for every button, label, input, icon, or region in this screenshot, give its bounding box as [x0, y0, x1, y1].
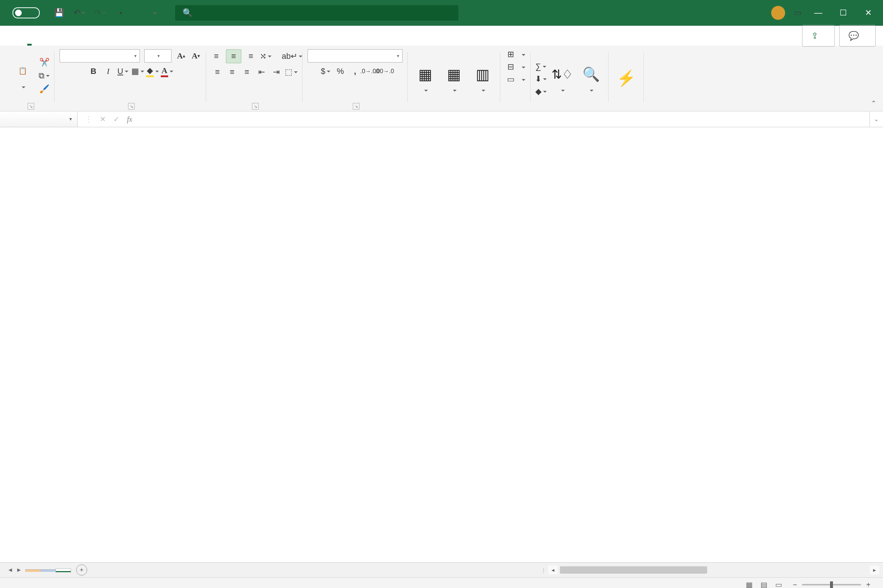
font-name-combo[interactable]: ▾: [60, 49, 140, 63]
sheet-nav-prev-icon[interactable]: ◄: [8, 567, 13, 573]
page-layout-view-icon[interactable]: ▤: [758, 580, 771, 588]
conditional-formatting-button[interactable]: ▦: [413, 63, 438, 96]
normal-view-icon[interactable]: ▦: [743, 580, 756, 588]
underline-icon[interactable]: U: [118, 66, 128, 76]
minimize-icon[interactable]: —: [814, 9, 823, 17]
collapse-ribbon-icon[interactable]: ⌃: [871, 99, 876, 107]
data-analysis-button[interactable]: ⚡: [614, 66, 639, 92]
redo-icon[interactable]: ↷: [95, 8, 105, 18]
zoom-out-icon[interactable]: −: [793, 580, 797, 588]
percent-icon[interactable]: %: [335, 66, 345, 76]
new-sheet-icon[interactable]: +: [76, 564, 87, 576]
increase-decimal-icon[interactable]: .0→.00: [365, 66, 375, 76]
customize-qat-icon[interactable]: ▾: [116, 8, 126, 18]
hscroll-thumb[interactable]: [560, 566, 707, 574]
align-right-icon[interactable]: ≡: [242, 67, 252, 77]
tab-view[interactable]: [166, 38, 171, 46]
maximize-icon[interactable]: ☐: [839, 9, 848, 17]
search-box[interactable]: 🔍: [175, 5, 458, 21]
formula-input[interactable]: [140, 111, 869, 127]
fill-icon[interactable]: ⬇: [536, 74, 546, 84]
find-select-button[interactable]: 🔍: [578, 63, 604, 96]
number-dialog-icon[interactable]: ↘: [353, 103, 359, 110]
bold-icon[interactable]: B: [88, 66, 99, 76]
expand-formula-bar-icon[interactable]: ⌄: [869, 111, 883, 127]
autosave-toggle[interactable]: [9, 8, 40, 18]
save-icon[interactable]: 💾: [54, 8, 64, 18]
zoom-control[interactable]: − +: [793, 580, 875, 588]
merge-icon[interactable]: ⬚: [286, 67, 296, 77]
tab-review[interactable]: [146, 38, 151, 46]
worksheet[interactable]: [0, 127, 883, 562]
tab-formulas[interactable]: [107, 38, 111, 46]
sheet-tab-expenses[interactable]: [56, 568, 71, 572]
hscroll-left-icon[interactable]: ◄: [548, 567, 558, 573]
sheet-nav-next-icon[interactable]: ►: [16, 567, 22, 573]
autosum-icon[interactable]: ∑: [536, 62, 546, 72]
sheet-tab-cost[interactable]: [41, 569, 56, 572]
tab-file[interactable]: [8, 38, 12, 46]
increase-font-icon[interactable]: A▴: [176, 51, 186, 61]
cancel-formula-icon[interactable]: ✕: [100, 115, 106, 123]
format-cells-button[interactable]: [520, 77, 526, 82]
tab-page-layout[interactable]: [87, 38, 91, 46]
accounting-format-icon[interactable]: $: [320, 66, 331, 76]
zoom-in-icon[interactable]: +: [866, 580, 871, 588]
document-title[interactable]: [148, 8, 157, 18]
border-icon[interactable]: ▦: [132, 66, 143, 76]
page-break-view-icon[interactable]: ▭: [772, 580, 785, 588]
search-input[interactable]: [198, 8, 451, 18]
enter-formula-icon[interactable]: ✓: [113, 115, 120, 123]
comma-icon[interactable]: ,: [350, 66, 360, 76]
sheet-tab-revenues[interactable]: [26, 569, 41, 572]
number-format-combo[interactable]: ▾: [308, 49, 402, 63]
tab-data[interactable]: [126, 38, 131, 46]
delete-cells-button[interactable]: [520, 64, 526, 70]
align-middle-icon[interactable]: ≡: [226, 49, 241, 63]
tab-help[interactable]: [206, 38, 210, 46]
alignment-dialog-icon[interactable]: ↘: [252, 103, 259, 110]
account-button[interactable]: [767, 6, 785, 20]
tab-addins[interactable]: [186, 38, 191, 46]
tab-home[interactable]: [27, 36, 32, 46]
name-box[interactable]: ▼: [0, 111, 78, 127]
insert-cells-button[interactable]: [520, 52, 526, 57]
decrease-indent-icon[interactable]: ⇤: [257, 67, 267, 77]
share-button[interactable]: ⇪: [802, 25, 835, 47]
align-top-icon[interactable]: ≡: [211, 51, 221, 62]
horizontal-scrollbar[interactable]: ◄ ►: [548, 566, 879, 574]
wrap-text-icon[interactable]: ab↵: [287, 51, 297, 62]
tab-draw[interactable]: [67, 38, 71, 46]
orientation-icon[interactable]: ⤭: [260, 51, 271, 62]
close-icon[interactable]: ✕: [864, 9, 873, 17]
copy-icon[interactable]: ⧉: [39, 70, 49, 81]
format-as-table-button[interactable]: ▦: [442, 63, 467, 96]
decrease-decimal-icon[interactable]: .00→.0: [379, 66, 390, 76]
paste-button[interactable]: 📋: [10, 59, 35, 93]
insert-function-icon[interactable]: fx: [127, 115, 132, 123]
clipboard-dialog-icon[interactable]: ↘: [28, 103, 34, 110]
fill-color-icon[interactable]: ◆: [147, 66, 158, 76]
format-painter-icon[interactable]: 🖌️: [39, 84, 49, 94]
clear-icon[interactable]: ◆: [536, 86, 546, 97]
decrease-font-icon[interactable]: A▾: [191, 51, 201, 61]
zoom-slider[interactable]: [802, 584, 861, 585]
cut-icon[interactable]: ✂️: [39, 57, 49, 68]
font-dialog-icon[interactable]: ↘: [128, 103, 135, 110]
comments-button[interactable]: 💬: [839, 25, 875, 47]
align-left-icon[interactable]: ≡: [212, 67, 222, 77]
font-size-combo[interactable]: ▾: [144, 49, 171, 63]
fx-spacer-icon: ⋮: [85, 115, 92, 123]
ribbon-display-options-icon[interactable]: ▭: [793, 8, 803, 18]
italic-icon[interactable]: I: [103, 66, 113, 76]
tab-split-handle[interactable]: ⋮: [541, 567, 546, 573]
tab-insert[interactable]: [47, 38, 51, 46]
increase-indent-icon[interactable]: ⇥: [271, 67, 281, 77]
align-bottom-icon[interactable]: ≡: [246, 51, 256, 62]
hscroll-right-icon[interactable]: ►: [870, 567, 879, 573]
sort-filter-button[interactable]: ⇅♢: [550, 63, 575, 96]
cell-styles-button[interactable]: ▥: [470, 63, 495, 96]
undo-icon[interactable]: ↶: [74, 8, 85, 18]
font-color-icon[interactable]: A: [162, 66, 172, 76]
align-center-icon[interactable]: ≡: [227, 67, 237, 77]
